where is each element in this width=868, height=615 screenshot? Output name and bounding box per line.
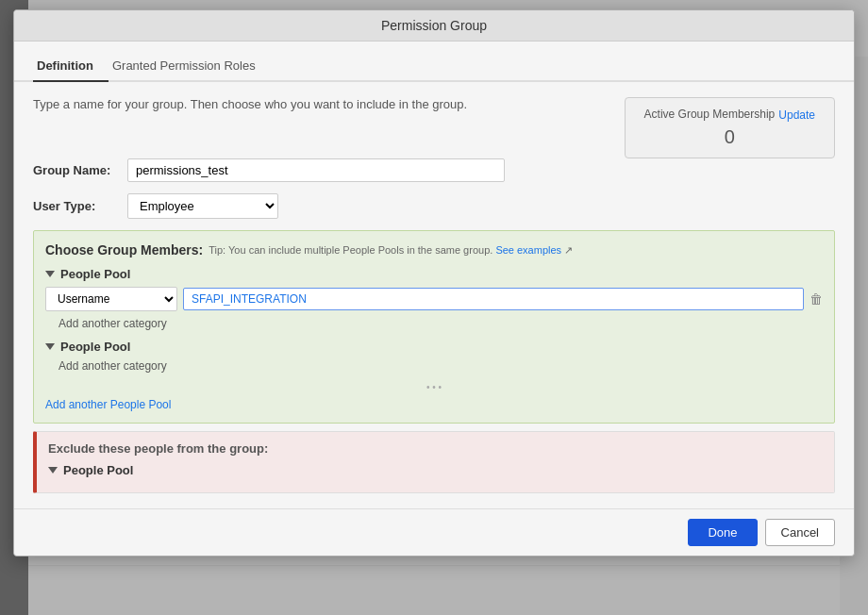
delete-category-icon-1[interactable]: 🗑 — [810, 291, 823, 307]
category-row-1: Username Email Employee ID Department Di… — [45, 287, 823, 311]
exclude-header: Exclude these people from the group: — [48, 441, 823, 456]
add-category-link-1[interactable]: Add another category — [58, 317, 823, 330]
people-pool-1-header: People Pool — [45, 267, 823, 281]
collapse-icon-2[interactable] — [45, 343, 55, 350]
tab-definition[interactable]: Definition — [33, 51, 108, 82]
modal-title: Permission Group — [381, 18, 487, 33]
modal-body: Definition Granted Permission Roles Acti… — [14, 42, 854, 508]
add-category-link-2[interactable]: Add another category — [58, 359, 823, 373]
choose-members-section: Choose Group Members: Tip: You can inclu… — [33, 230, 835, 424]
done-button[interactable]: Done — [688, 519, 757, 546]
modal-overlay: Permission Group Definition Granted Perm… — [0, 0, 868, 615]
choose-members-title: Choose Group Members: — [45, 242, 203, 258]
exclude-pool-header: People Pool — [48, 463, 823, 477]
people-pool-2-header: People Pool — [45, 340, 823, 354]
group-name-row: Group Name: — [33, 158, 835, 182]
active-membership-count: 0 — [644, 126, 815, 148]
modal-footer: Done Cancel — [14, 508, 854, 556]
divider-dots: • • • — [45, 382, 823, 392]
active-membership-card: Active Group Membership Update 0 — [625, 97, 835, 158]
exclude-pool-label: People Pool — [63, 463, 133, 477]
see-examples-link[interactable]: See examples — [495, 244, 561, 256]
people-pool-2: People Pool Add another category — [45, 340, 823, 373]
group-name-input[interactable] — [127, 158, 505, 182]
people-pool-2-label: People Pool — [60, 340, 130, 354]
group-name-label: Group Name: — [33, 163, 127, 177]
choose-members-header: Choose Group Members: Tip: You can inclu… — [45, 242, 823, 258]
collapse-icon-exclude[interactable] — [48, 467, 58, 474]
category-value-input-1[interactable] — [183, 288, 804, 310]
category-type-select-1[interactable]: Username Email Employee ID Department Di… — [45, 287, 177, 311]
active-membership-update-link[interactable]: Update — [778, 108, 815, 122]
user-type-label: User Type: — [33, 199, 127, 213]
active-membership-title: Active Group Membership — [644, 108, 776, 121]
people-pool-1-label: People Pool — [60, 267, 130, 281]
tab-granted-permission-roles[interactable]: Granted Permission Roles — [108, 51, 271, 82]
collapse-icon-1[interactable] — [45, 271, 55, 277]
user-type-row: User Type: Employee Manager HR Professio… — [33, 193, 835, 219]
external-link-icon: ↗ — [564, 244, 573, 256]
people-pool-1: People Pool Username Email Employee ID D… — [45, 267, 823, 330]
add-people-pool-link[interactable]: Add another People Pool — [45, 398, 823, 411]
user-type-select[interactable]: Employee Manager HR Professional Adminis… — [127, 193, 278, 219]
tabs-container: Definition Granted Permission Roles — [14, 51, 854, 82]
modal-header: Permission Group — [14, 10, 854, 42]
exclude-section: Exclude these people from the group: Peo… — [33, 431, 835, 493]
cancel-button[interactable]: Cancel — [765, 519, 835, 546]
tab-definition-content: Active Group Membership Update 0 Type a … — [14, 82, 854, 508]
tip-text: Tip: You can include multiple People Poo… — [209, 244, 573, 257]
permission-group-modal: Permission Group Definition Granted Perm… — [13, 9, 855, 557]
